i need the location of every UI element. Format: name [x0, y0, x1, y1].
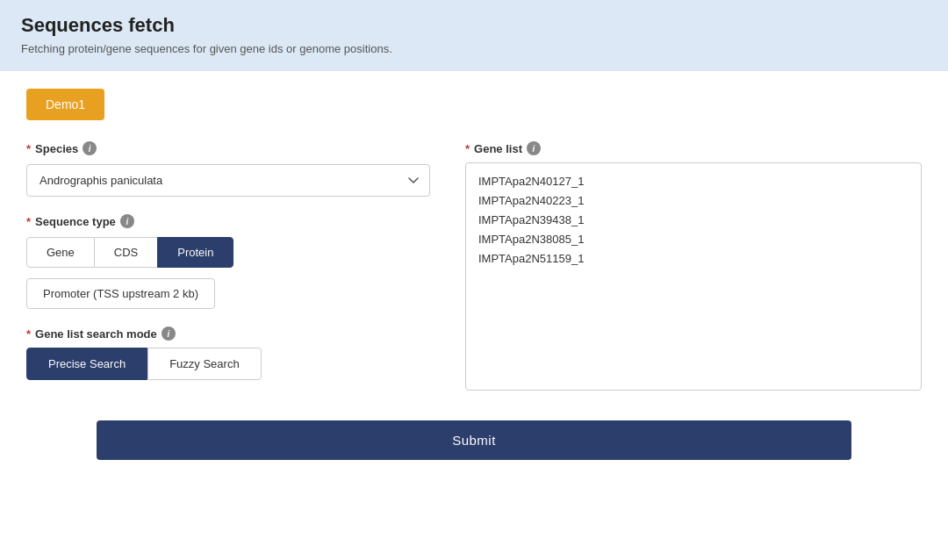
- search-mode-button-group: Precise Search Fuzzy Search: [26, 348, 430, 380]
- gene-list-required-star: *: [465, 142, 470, 155]
- precise-search-button[interactable]: Precise Search: [26, 348, 147, 380]
- species-select[interactable]: Andrographis paniculata: [26, 164, 430, 197]
- seq-type-label-text: Sequence type: [35, 215, 116, 228]
- submit-section: Submit: [26, 420, 922, 460]
- form-layout: *Species i Andrographis paniculata *Sequ…: [26, 141, 922, 394]
- page-title: Sequences fetch: [21, 14, 927, 37]
- header-banner: Sequences fetch Fetching protein/gene se…: [0, 0, 948, 71]
- seq-type-info-icon[interactable]: i: [120, 214, 134, 228]
- gene-list-label: *Gene list i: [465, 141, 922, 155]
- search-mode-required-star: *: [26, 327, 31, 341]
- seq-type-button-group: Gene CDS Protein: [26, 237, 430, 268]
- fuzzy-search-button[interactable]: Fuzzy Search: [147, 348, 261, 380]
- submit-button[interactable]: Submit: [97, 420, 851, 460]
- species-label-text: Species: [35, 142, 78, 155]
- form-left: *Species i Andrographis paniculata *Sequ…: [26, 141, 430, 394]
- gene-list-label-text: Gene list: [474, 142, 522, 155]
- search-mode-label-text: Gene list search mode: [35, 327, 157, 341]
- species-label: *Species i: [26, 141, 430, 155]
- form-right: *Gene list i IMPTApa2N40127_1 IMPTApa2N4…: [465, 141, 922, 394]
- seq-type-protein-button[interactable]: Protein: [157, 237, 233, 268]
- seq-type-promoter-button[interactable]: Promoter (TSS upstream 2 kb): [26, 278, 215, 309]
- gene-list-info-icon[interactable]: i: [527, 141, 541, 155]
- seq-type-cds-button[interactable]: CDS: [95, 237, 157, 268]
- search-mode-section: *Gene list search mode i Precise Search …: [26, 327, 430, 380]
- search-mode-info-icon[interactable]: i: [162, 327, 176, 341]
- demo-button[interactable]: Demo1: [26, 89, 104, 120]
- seq-type-required-star: *: [26, 215, 31, 228]
- species-required-star: *: [26, 142, 31, 155]
- search-mode-label: *Gene list search mode i: [26, 327, 430, 341]
- main-content: Demo1 *Species i Andrographis paniculata…: [0, 71, 948, 477]
- species-info-icon[interactable]: i: [83, 141, 97, 155]
- sequence-type-label: *Sequence type i: [26, 214, 430, 228]
- page-subtitle: Fetching protein/gene sequences for give…: [21, 42, 927, 55]
- gene-list-textarea[interactable]: IMPTApa2N40127_1 IMPTApa2N40223_1 IMPTAp…: [465, 162, 922, 391]
- seq-type-gene-button[interactable]: Gene: [26, 237, 95, 268]
